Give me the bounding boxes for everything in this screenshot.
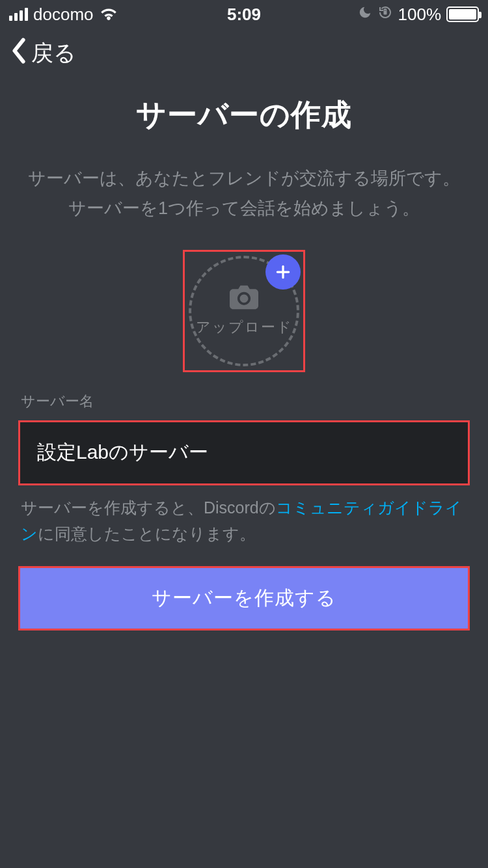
- back-button[interactable]: 戻る: [10, 38, 76, 69]
- carrier-label: docomo: [33, 5, 94, 25]
- signal-icon: [9, 8, 28, 21]
- create-server-button[interactable]: サーバーを作成する: [20, 568, 468, 629]
- server-name-highlight: [18, 420, 470, 485]
- server-name-label: サーバー名: [21, 392, 467, 411]
- nav-bar: 戻る: [0, 29, 488, 75]
- camera-icon: [230, 285, 258, 312]
- clock-label: 5:09: [227, 5, 261, 25]
- orientation-lock-icon: [377, 5, 393, 25]
- status-left: docomo: [9, 5, 118, 25]
- battery-icon: [446, 7, 479, 22]
- page-subtitle: サーバーは、あなたとフレンドが交流する場所です。サーバーを1つ作って会話を始めま…: [25, 164, 463, 224]
- create-button-highlight: サーバーを作成する: [18, 566, 470, 631]
- plus-badge: [265, 254, 301, 290]
- do-not-disturb-icon: [358, 5, 372, 23]
- wifi-icon: [99, 5, 118, 25]
- terms-prefix: サーバーを作成すると、Discordの: [21, 498, 276, 517]
- upload-section: アップロード: [18, 250, 470, 372]
- page-title: サーバーの作成: [18, 95, 470, 135]
- chevron-left-icon: [10, 38, 27, 69]
- server-name-input[interactable]: [20, 422, 468, 483]
- terms-suffix: に同意したことになります。: [38, 524, 256, 543]
- status-bar: docomo 5:09 100%: [0, 0, 488, 29]
- battery-percent: 100%: [398, 5, 442, 25]
- upload-label: アップロード: [196, 318, 293, 337]
- svg-rect-0: [383, 10, 386, 14]
- upload-highlight: アップロード: [183, 250, 305, 372]
- content: サーバーの作成 サーバーは、あなたとフレンドが交流する場所です。サーバーを1つ作…: [0, 75, 488, 631]
- upload-button[interactable]: アップロード: [189, 256, 299, 366]
- status-right: 100%: [358, 5, 480, 25]
- back-label: 戻る: [31, 38, 76, 68]
- terms-text: サーバーを作成すると、Discordのコミュニティガイドラインに同意したことにな…: [21, 495, 467, 547]
